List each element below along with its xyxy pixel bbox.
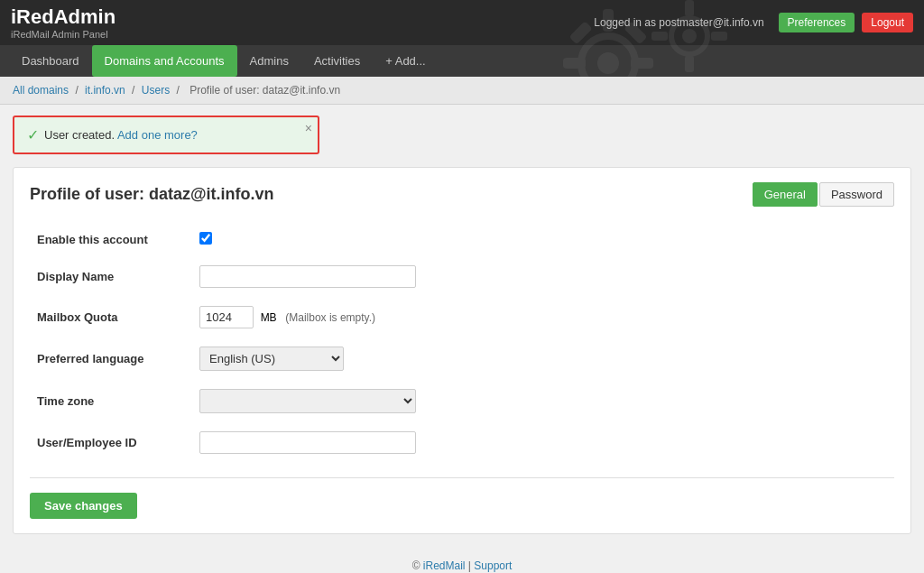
svg-rect-15	[711, 32, 727, 41]
enable-account-checkbox[interactable]	[199, 232, 212, 245]
display-name-input[interactable]	[199, 265, 416, 288]
preferences-button[interactable]: Preferences	[779, 13, 855, 32]
profile-title: Profile of user: dataz@it.info.vn	[30, 185, 274, 204]
svg-rect-6	[569, 21, 593, 44]
enable-account-label: Enable this account	[37, 233, 148, 246]
display-name-label: Display Name	[37, 270, 114, 283]
tab-group: General Password	[753, 182, 894, 207]
footer-brand-link[interactable]: iRedMail	[423, 559, 466, 572]
timezone-row: Time zone UTC America/New_York America/L…	[30, 380, 894, 422]
nav-dashboard[interactable]: Dashboard	[9, 45, 92, 77]
mailbox-quota-label: Mailbox Quota	[37, 310, 118, 324]
employee-id-label: User/Employee ID	[37, 436, 137, 449]
main-nav: Dashboard Domains and Accounts Admins Ac…	[0, 45, 924, 77]
breadcrumb-users[interactable]: Users	[142, 84, 170, 97]
footer-support-link[interactable]: Support	[474, 559, 512, 572]
profile-section: Profile of user: dataz@it.info.vn Genera…	[13, 167, 911, 534]
app-name: iRedAdmin	[11, 5, 116, 29]
breadcrumb-current: Profile of user: dataz@it.info.vn	[189, 84, 340, 97]
employee-id-input[interactable]	[199, 431, 416, 454]
nav-admins[interactable]: Admins	[237, 45, 301, 77]
mailbox-empty-hint: (Mailbox is empty.)	[285, 311, 375, 324]
preferred-language-label: Preferred language	[37, 352, 144, 365]
mailbox-quota-input[interactable]	[199, 306, 254, 328]
enable-account-row: Enable this account	[30, 223, 894, 256]
nav-add[interactable]: + Add...	[373, 45, 438, 77]
mailbox-quota-row: Mailbox Quota MB (Mailbox is empty.)	[30, 297, 894, 337]
svg-rect-14	[651, 32, 668, 41]
logout-button[interactable]: Logout	[862, 13, 913, 32]
close-notification-button[interactable]: ×	[305, 121, 312, 135]
add-more-link[interactable]: Add one more?	[117, 128, 198, 142]
employee-id-row: User/Employee ID	[30, 422, 894, 463]
nav-domains-accounts[interactable]: Domains and Accounts	[92, 45, 237, 77]
success-icon: ✓	[27, 126, 39, 143]
display-name-row: Display Name	[30, 256, 894, 297]
timezone-select[interactable]: UTC America/New_York America/Los_Angeles…	[199, 389, 416, 413]
preferred-language-select[interactable]: English (US) French German Spanish Chine…	[199, 347, 344, 371]
footer: © iRedMail | Support	[0, 545, 924, 573]
app-logo: iRedAdmin iRedMail Admin Panel	[11, 5, 116, 40]
preferred-language-row: Preferred language English (US) French G…	[30, 337, 894, 380]
profile-form: Enable this account Display Name	[30, 223, 894, 463]
nav-activities[interactable]: Activities	[301, 45, 373, 77]
breadcrumb-domain[interactable]: it.info.vn	[85, 84, 125, 97]
tab-general[interactable]: General	[753, 182, 818, 207]
success-notification: ✓ User created. Add one more? ×	[13, 116, 319, 154]
breadcrumb-all-domains[interactable]: All domains	[13, 84, 69, 97]
tab-password[interactable]: Password	[819, 182, 894, 207]
logged-in-user: Logged in as postmaster@it.info.vn	[594, 16, 763, 29]
app-subtitle: iRedMail Admin Panel	[11, 29, 116, 40]
timezone-label: Time zone	[37, 394, 94, 408]
save-changes-button[interactable]: Save changes	[30, 493, 137, 519]
notification-text: User created. Add one more?	[44, 128, 198, 142]
breadcrumb: All domains / it.info.vn / Users / Profi…	[0, 77, 924, 105]
quota-unit: MB	[261, 311, 277, 324]
